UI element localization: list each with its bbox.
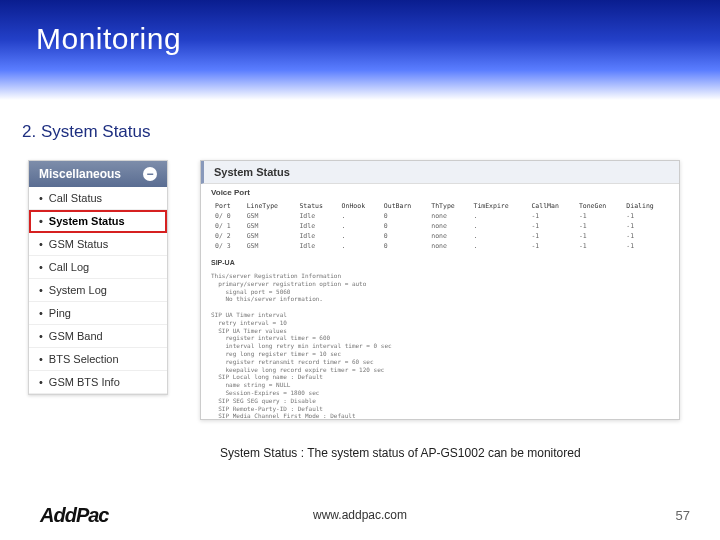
- table-cell: GSM: [243, 211, 296, 221]
- sidebar-item-ping[interactable]: Ping: [29, 302, 167, 325]
- system-status-panel: System Status Voice Port Port LineType S…: [200, 160, 680, 420]
- table-cell: none: [427, 241, 469, 251]
- sidebar-item-label: Call Log: [49, 261, 89, 273]
- sidebar-item-gsm-bts-info[interactable]: GSM BTS Info: [29, 371, 167, 394]
- table-cell: -1: [527, 231, 574, 241]
- table-cell: 0/ 3: [211, 241, 243, 251]
- th: Dialing: [622, 201, 670, 211]
- section-subtitle: 2. System Status: [22, 122, 720, 142]
- sidebar-item-label: Ping: [49, 307, 71, 319]
- table-cell: -1: [622, 231, 670, 241]
- table-cell: .: [469, 211, 527, 221]
- sidebar-item-system-log[interactable]: System Log: [29, 279, 167, 302]
- table-cell: -1: [575, 221, 622, 231]
- th: CallMan: [527, 201, 574, 211]
- table-row: 0/ 1GSMIdle.0none.-1-1-1: [211, 221, 670, 231]
- table-cell: 0/ 1: [211, 221, 243, 231]
- table-row: 0/ 2GSMIdle.0none.-1-1-1: [211, 231, 670, 241]
- table-cell: 0: [380, 241, 427, 251]
- table-cell: GSM: [243, 221, 296, 231]
- sidebar-item-call-status[interactable]: Call Status: [29, 187, 167, 210]
- table-cell: -1: [575, 211, 622, 221]
- table-cell: none: [427, 231, 469, 241]
- table-cell: GSM: [243, 231, 296, 241]
- sip-ua-label: SIP-UA: [201, 255, 679, 268]
- table-cell: -1: [622, 221, 670, 231]
- voice-port-table: Port LineType Status OnHook OutBarn ThTy…: [211, 201, 670, 251]
- table-cell: .: [338, 221, 380, 231]
- table-cell: Idle: [295, 221, 337, 231]
- sidebar-item-gsm-status[interactable]: GSM Status: [29, 233, 167, 256]
- table-row: 0/ 0GSMIdle.0none.-1-1-1: [211, 211, 670, 221]
- table-cell: Idle: [295, 211, 337, 221]
- sidebar-item-call-log[interactable]: Call Log: [29, 256, 167, 279]
- th: TimExpire: [469, 201, 527, 211]
- table-cell: 0: [380, 231, 427, 241]
- voice-port-label: Voice Port: [201, 184, 679, 199]
- th: OutBarn: [380, 201, 427, 211]
- sidebar-header-label: Miscellaneous: [39, 167, 121, 181]
- table-cell: -1: [622, 211, 670, 221]
- sidebar-item-label: BTS Selection: [49, 353, 119, 365]
- table-cell: -1: [575, 241, 622, 251]
- sidebar-item-bts-selection[interactable]: BTS Selection: [29, 348, 167, 371]
- table-row: 0/ 3GSMIdle.0none.-1-1-1: [211, 241, 670, 251]
- sidebar-item-label: Call Status: [49, 192, 102, 204]
- sidebar-list: Call Status System Status GSM Status Cal…: [29, 187, 167, 394]
- table-cell: 0: [380, 221, 427, 231]
- table-cell: -1: [622, 241, 670, 251]
- table-cell: -1: [575, 231, 622, 241]
- sidebar-item-system-status[interactable]: System Status: [29, 210, 167, 233]
- table-cell: -1: [527, 241, 574, 251]
- table-cell: -1: [527, 221, 574, 231]
- sidebar-item-label: System Status: [49, 215, 125, 227]
- table-cell: 0/ 0: [211, 211, 243, 221]
- page-title: Monitoring: [36, 22, 720, 56]
- table-cell: 0/ 2: [211, 231, 243, 241]
- sidebar-header[interactable]: Miscellaneous −: [29, 161, 167, 187]
- footer-url: www.addpac.com: [313, 508, 407, 522]
- caption-text: System Status : The system status of AP-…: [220, 446, 581, 460]
- table-cell: -1: [527, 211, 574, 221]
- table-cell: Idle: [295, 231, 337, 241]
- panel-title: System Status: [201, 161, 679, 184]
- table-cell: none: [427, 221, 469, 231]
- th: OnHook: [338, 201, 380, 211]
- page-number: 57: [676, 508, 690, 523]
- miscellaneous-sidebar: Miscellaneous − Call Status System Statu…: [28, 160, 168, 395]
- content-canvas: Miscellaneous − Call Status System Statu…: [20, 160, 700, 460]
- sidebar-item-label: System Log: [49, 284, 107, 296]
- table-header-row: Port LineType Status OnHook OutBarn ThTy…: [211, 201, 670, 211]
- table-cell: .: [469, 241, 527, 251]
- slide-footer: AddPac www.addpac.com 57: [0, 500, 720, 530]
- table-cell: .: [338, 241, 380, 251]
- table-cell: .: [338, 231, 380, 241]
- table-cell: none: [427, 211, 469, 221]
- table-cell: Idle: [295, 241, 337, 251]
- sidebar-item-label: GSM Band: [49, 330, 103, 342]
- table-cell: .: [469, 221, 527, 231]
- sip-config-text: This/server Registration Information pri…: [201, 270, 679, 420]
- sidebar-item-label: GSM BTS Info: [49, 376, 120, 388]
- table-cell: 0: [380, 211, 427, 221]
- brand-logo: AddPac: [40, 504, 108, 527]
- table-cell: GSM: [243, 241, 296, 251]
- collapse-icon[interactable]: −: [143, 167, 157, 181]
- sidebar-item-label: GSM Status: [49, 238, 108, 250]
- th: LineType: [243, 201, 296, 211]
- th: ToneGen: [575, 201, 622, 211]
- th: Status: [295, 201, 337, 211]
- table-cell: .: [338, 211, 380, 221]
- th: ThType: [427, 201, 469, 211]
- th: Port: [211, 201, 243, 211]
- sidebar-item-gsm-band[interactable]: GSM Band: [29, 325, 167, 348]
- slide-header: Monitoring: [0, 0, 720, 100]
- table-cell: .: [469, 231, 527, 241]
